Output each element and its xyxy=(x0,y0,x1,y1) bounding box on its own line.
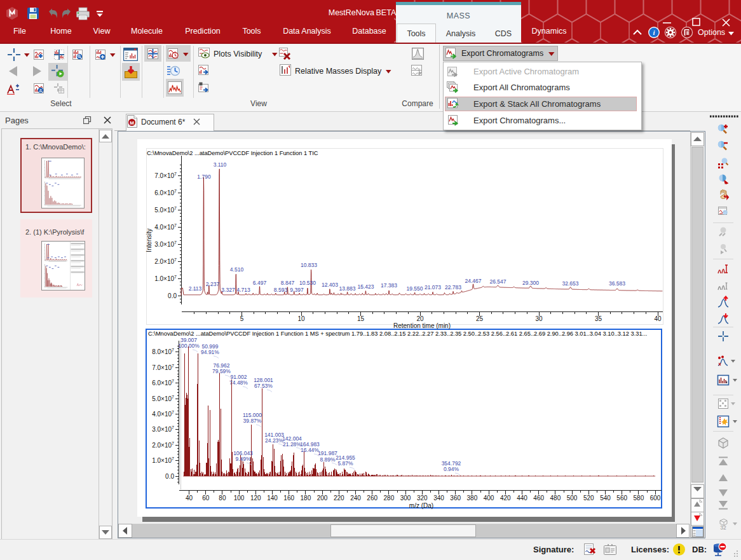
svg-text:24.467: 24.467 xyxy=(465,278,482,284)
svg-text:100.00%: 100.00% xyxy=(178,343,200,349)
svg-text:320: 320 xyxy=(417,495,428,502)
svg-text:3.0×107: 3.0×107 xyxy=(152,425,174,433)
svg-text:21.28%: 21.28% xyxy=(283,441,301,447)
svg-text:67.53%: 67.53% xyxy=(254,383,273,389)
svg-text:4.713: 4.713 xyxy=(236,287,250,293)
svg-text:80: 80 xyxy=(219,495,226,502)
svg-text:60: 60 xyxy=(202,495,210,502)
svg-text:24.23%: 24.23% xyxy=(265,437,283,444)
svg-text:8.847: 8.847 xyxy=(281,280,295,286)
svg-text:7.0×107: 7.0×107 xyxy=(152,364,174,371)
svg-text:580: 580 xyxy=(634,495,644,502)
svg-text:30: 30 xyxy=(535,315,543,322)
svg-text:2.237: 2.237 xyxy=(206,281,220,287)
svg-text:15.423: 15.423 xyxy=(358,283,374,290)
svg-text:600: 600 xyxy=(650,495,661,502)
svg-text:520: 520 xyxy=(583,495,594,502)
svg-text:Retention time (min): Retention time (min) xyxy=(393,322,451,329)
svg-text:25: 25 xyxy=(476,315,484,322)
svg-text:220: 220 xyxy=(334,495,344,502)
svg-text:2.113: 2.113 xyxy=(189,285,202,292)
svg-text:2.0×107: 2.0×107 xyxy=(154,257,177,265)
svg-text:540: 540 xyxy=(600,495,611,502)
svg-text:36.583: 36.583 xyxy=(609,280,625,287)
svg-text:1.0×107: 1.0×107 xyxy=(152,456,174,464)
svg-text:6.0×107: 6.0×107 xyxy=(154,189,177,196)
svg-text:3.327: 3.327 xyxy=(221,287,235,293)
svg-text:40: 40 xyxy=(186,495,193,502)
svg-text:79.59%: 79.59% xyxy=(212,368,231,374)
svg-text:13.883: 13.883 xyxy=(339,285,356,292)
svg-text:35: 35 xyxy=(595,315,602,322)
svg-text:1.790: 1.790 xyxy=(197,174,211,180)
svg-text:8.593: 8.593 xyxy=(274,287,288,293)
svg-text:Intensity: Intensity xyxy=(146,228,153,252)
svg-text:22.783: 22.783 xyxy=(445,284,461,290)
svg-text:9.397: 9.397 xyxy=(290,287,304,293)
svg-text:420: 420 xyxy=(500,495,511,502)
svg-text:21.073: 21.073 xyxy=(425,284,441,290)
svg-text:10.833: 10.833 xyxy=(301,262,317,268)
svg-text:19.550: 19.550 xyxy=(407,285,423,292)
svg-text:5.0×107: 5.0×107 xyxy=(152,395,174,402)
svg-text:10.530: 10.530 xyxy=(299,280,316,286)
svg-text:26.547: 26.547 xyxy=(490,278,506,285)
svg-text:6.497: 6.497 xyxy=(253,280,267,286)
svg-text:16.44%: 16.44% xyxy=(301,447,319,453)
svg-text:7.0×107: 7.0×107 xyxy=(154,172,177,179)
svg-text:5.0×107: 5.0×107 xyxy=(154,206,177,214)
svg-text:6.0×107: 6.0×107 xyxy=(152,379,174,386)
svg-text:120: 120 xyxy=(250,495,261,502)
svg-text:300: 300 xyxy=(400,495,411,502)
svg-text:20: 20 xyxy=(416,315,424,322)
svg-text:2.0×107: 2.0×107 xyxy=(152,441,174,449)
svg-text:260: 260 xyxy=(367,495,377,502)
svg-text:0.0: 0.0 xyxy=(168,292,177,299)
svg-text:29.300: 29.300 xyxy=(522,280,539,286)
svg-text:400: 400 xyxy=(484,495,494,502)
svg-text:0.94%: 0.94% xyxy=(444,466,459,472)
svg-text:74.48%: 74.48% xyxy=(229,379,248,386)
svg-text:4.0×107: 4.0×107 xyxy=(154,223,177,231)
svg-text:180: 180 xyxy=(301,495,311,502)
svg-text:3.110: 3.110 xyxy=(214,161,227,168)
svg-text:480: 480 xyxy=(550,495,561,502)
svg-text:5: 5 xyxy=(240,315,244,322)
svg-text:12.403: 12.403 xyxy=(322,282,338,288)
svg-text:0.0: 0.0 xyxy=(165,473,174,480)
svg-text:100: 100 xyxy=(234,495,245,502)
svg-text:160: 160 xyxy=(283,495,294,502)
svg-text:380: 380 xyxy=(467,495,478,502)
svg-text:1.0×107: 1.0×107 xyxy=(154,275,177,282)
svg-text:15: 15 xyxy=(357,315,365,322)
svg-text:39.87%: 39.87% xyxy=(243,418,262,424)
svg-text:9.49%: 9.49% xyxy=(235,456,251,462)
svg-text:360: 360 xyxy=(450,495,461,502)
svg-text:32: 32 xyxy=(720,524,726,531)
svg-text:40: 40 xyxy=(654,315,662,322)
svg-text:94.91%: 94.91% xyxy=(201,349,219,355)
svg-text:4.510: 4.510 xyxy=(230,266,244,273)
svg-text:440: 440 xyxy=(517,495,527,502)
svg-text:5.87%: 5.87% xyxy=(337,460,353,467)
svg-text:8.89%: 8.89% xyxy=(320,456,336,463)
svg-text:17.383: 17.383 xyxy=(381,282,397,289)
svg-text:280: 280 xyxy=(384,495,395,502)
svg-text:4.0×107: 4.0×107 xyxy=(152,410,174,418)
svg-text:500: 500 xyxy=(567,495,578,502)
svg-text:10: 10 xyxy=(297,315,305,322)
svg-text:M: M xyxy=(130,120,134,126)
svg-text:8.0×107: 8.0×107 xyxy=(152,348,174,355)
svg-text:240: 240 xyxy=(350,495,361,502)
svg-text:32.653: 32.653 xyxy=(562,280,579,287)
svg-text:3.0×107: 3.0×107 xyxy=(154,240,177,248)
svg-text:140: 140 xyxy=(267,495,278,502)
svg-text:m/z (Da): m/z (Da) xyxy=(409,502,433,509)
svg-text:200: 200 xyxy=(317,495,328,502)
svg-text:340: 340 xyxy=(433,495,444,502)
svg-text:560: 560 xyxy=(616,495,627,502)
svg-text:460: 460 xyxy=(533,495,544,502)
